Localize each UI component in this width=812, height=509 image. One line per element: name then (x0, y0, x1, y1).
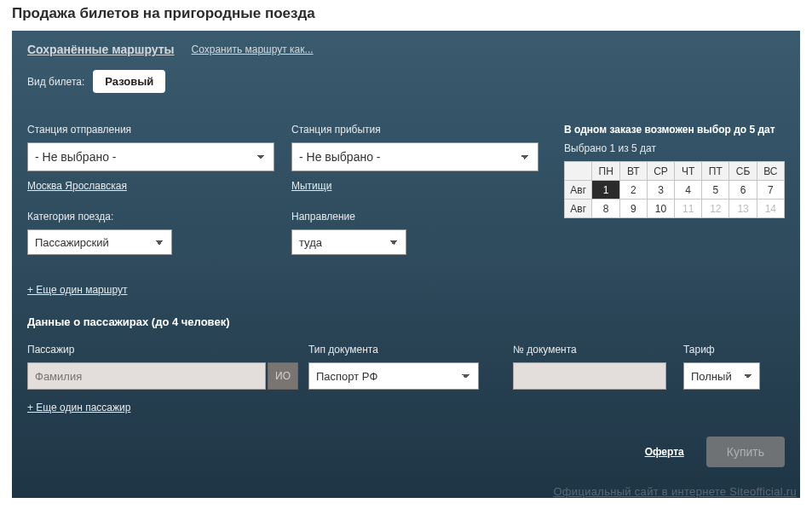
departure-label: Станция отправления (27, 124, 291, 136)
doc-type-select[interactable]: Паспорт РФ (308, 362, 479, 390)
calendar-hint: В одном заказе возможен выбор до 5 дат (564, 124, 785, 136)
calendar-day[interactable]: 3 (647, 181, 674, 200)
weekday-header: ПН (592, 162, 619, 181)
calendar-table: ПН ВТ СР ЧТ ПТ СБ ВС Авг 1 2 3 (564, 161, 785, 218)
departure-suggest[interactable]: Москва Ярославская (27, 180, 291, 192)
weekday-header: СБ (729, 162, 757, 181)
doc-number-input[interactable] (513, 362, 666, 390)
calendar-month-label: Авг (565, 200, 592, 218)
calendar-month-label: Авг (565, 181, 592, 200)
add-passenger-link[interactable]: + Еще один пассажир (27, 402, 130, 414)
calendar-day[interactable]: 11 (675, 200, 702, 218)
direction-label: Направление (291, 211, 556, 223)
calendar-day[interactable]: 4 (675, 181, 702, 200)
buy-button[interactable]: Купить (706, 437, 785, 467)
watermark: Официальный сайт в интернете Siteofficia… (553, 485, 797, 498)
initials-button[interactable]: ИО (268, 362, 298, 390)
calendar-day[interactable]: 1 (592, 181, 619, 200)
direction-select[interactable]: туда (291, 229, 406, 255)
weekday-header: ВС (757, 162, 784, 181)
calendar-selected-count: Выбрано 1 из 5 дат (564, 142, 785, 154)
doc-num-col-label: № документа (513, 344, 683, 356)
arrival-label: Станция прибытия (291, 124, 556, 136)
weekday-header: ЧТ (675, 162, 702, 181)
calendar-day[interactable]: 14 (757, 200, 784, 218)
doc-type-col-label: Тип документа (308, 344, 513, 356)
weekday-header: ВТ (619, 162, 647, 181)
arrival-select[interactable]: - Не выбрано - (291, 142, 538, 171)
ticket-type-label: Вид билета: (27, 76, 84, 88)
tariff-col-label: Тариф (683, 344, 769, 356)
ticket-type-button[interactable]: Разовый (93, 70, 165, 93)
weekday-header: ПТ (702, 162, 729, 181)
calendar-day[interactable]: 7 (757, 181, 784, 200)
save-route-as-link[interactable]: Сохранить маршрут как... (192, 43, 314, 55)
calendar-day[interactable]: 5 (702, 181, 729, 200)
calendar-day[interactable]: 6 (729, 181, 757, 200)
oferta-link[interactable]: Оферта (645, 446, 684, 458)
category-select[interactable]: Пассажирский (27, 229, 172, 255)
passengers-title: Данные о пассажирах (до 4 человек) (27, 315, 785, 328)
page-title: Продажа билетов на пригородные поезда (0, 0, 812, 31)
calendar-day[interactable]: 8 (592, 200, 619, 218)
weekday-header: СР (647, 162, 674, 181)
arrival-suggest[interactable]: Мытищи (291, 180, 556, 192)
booking-panel: Сохранённые маршруты Сохранить маршрут к… (12, 31, 800, 498)
calendar-day[interactable]: 2 (619, 181, 647, 200)
tariff-select[interactable]: Полный (683, 362, 760, 390)
add-route-link[interactable]: + Еще один маршрут (27, 284, 127, 296)
surname-input[interactable] (27, 362, 266, 390)
calendar-day[interactable]: 12 (702, 200, 729, 218)
saved-routes-link[interactable]: Сохранённые маршруты (27, 43, 175, 56)
passenger-col-label: Пассажир (27, 344, 308, 356)
calendar-day[interactable]: 9 (619, 200, 647, 218)
departure-select[interactable]: - Не выбрано - (27, 142, 274, 171)
calendar-day[interactable]: 13 (729, 200, 757, 218)
category-label: Категория поезда: (27, 211, 291, 223)
calendar-month-col (565, 162, 592, 181)
calendar-day[interactable]: 10 (647, 200, 674, 218)
